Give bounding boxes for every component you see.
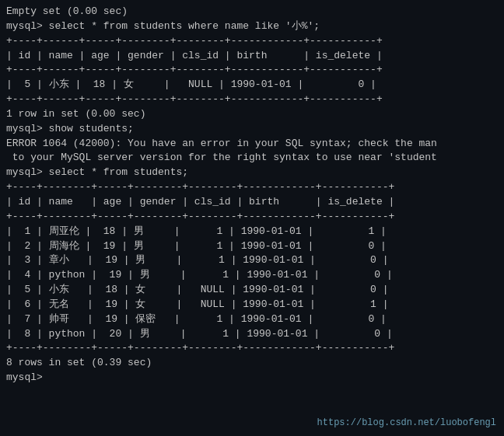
terminal-line-line17: +----+--------+-----+--------+--------+-…: [6, 210, 498, 225]
terminal-line-line24: | 7 | 帅哥 | 19 | 保密 | 1 | 1990-01-01 | 0 …: [6, 312, 498, 327]
terminal-line-line15: +----+--------+-----+--------+--------+-…: [6, 180, 498, 195]
terminal-line-line29: mysql>: [6, 371, 498, 385]
terminal-line-line20: | 3 | 章小 | 19 | 男 | 1 | 1990-01-01 | 0 |: [6, 253, 498, 268]
terminal-line-line13: to your MySQL server version for the rig…: [6, 151, 498, 166]
terminal-line-line19: | 2 | 周海伦 | 19 | 男 | 1 | 1990-01-01 | 0 …: [6, 239, 498, 254]
terminal[interactable]: Empty set (0.00 sec)mysql> select * from…: [0, 0, 504, 436]
terminal-line-line27: 8 rows in set (0.39 sec): [6, 356, 498, 371]
terminal-line-line11: mysql> show students;: [6, 122, 498, 137]
terminal-line-line23: | 6 | 无名 | 19 | 女 | NULL | 1990-01-01 | …: [6, 298, 498, 312]
terminal-line-line9: 1 row in set (0.00 sec): [6, 107, 498, 122]
terminal-line-line22: | 5 | 小东 | 18 | 女 | NULL | 1990-01-01 | …: [6, 283, 498, 298]
terminal-wrapper: Empty set (0.00 sec)mysql> select * from…: [0, 0, 504, 436]
terminal-line-line26: +----+--------+-----+--------+--------+-…: [6, 341, 498, 356]
terminal-line-line1: Empty set (0.00 sec): [6, 5, 498, 19]
terminal-line-line4: +----+------+-----+--------+--------+---…: [6, 34, 498, 49]
terminal-line-line16: | id | name | age | gender | cls_id | bi…: [6, 195, 498, 210]
terminal-line-line18: | 1 | 周亚伦 | 18 | 男 | 1 | 1990-01-01 | 1 …: [6, 225, 498, 239]
terminal-line-line7: | 5 | 小东 | 18 | 女 | NULL | 1990-01-01 | …: [6, 78, 498, 92]
terminal-line-line12: ERROR 1064 (42000): You have an error in…: [6, 137, 498, 152]
terminal-line-line21: | 4 | python | 19 | 男 | 1 | 1990-01-01 |…: [6, 268, 498, 283]
terminal-line-line14: mysql> select * from students;: [6, 166, 498, 180]
terminal-line-line6: +----+------+-----+--------+--------+---…: [6, 63, 498, 78]
terminal-line-line25: | 8 | python | 20 | 男 | 1 | 1990-01-01 |…: [6, 327, 498, 342]
watermark: https://blog.csdn.net/luobofengl: [317, 417, 496, 428]
terminal-line-line3: mysql> select * from students where name…: [6, 19, 498, 34]
terminal-line-line5: | id | name | age | gender | cls_id | bi…: [6, 49, 498, 64]
terminal-line-line8: +----+------+-----+--------+--------+---…: [6, 92, 498, 107]
